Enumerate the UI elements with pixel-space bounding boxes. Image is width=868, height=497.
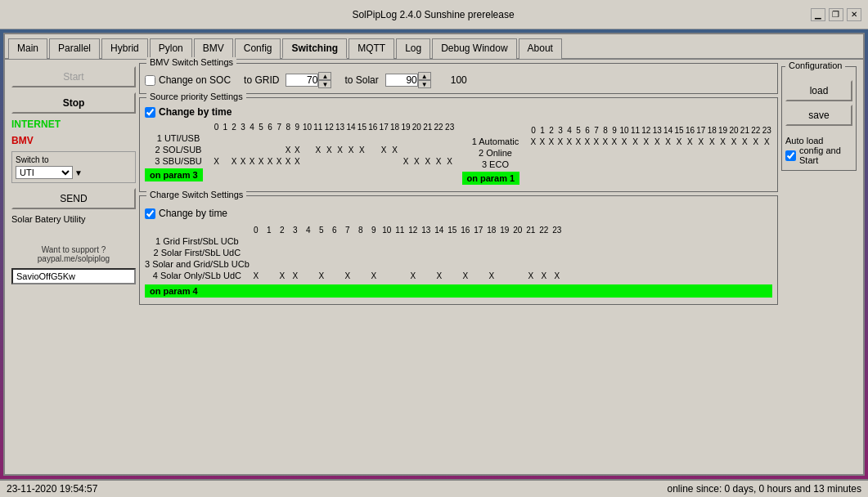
grid-cell[interactable] bbox=[257, 144, 266, 155]
grid-cell[interactable] bbox=[630, 147, 641, 159]
grid-cell[interactable] bbox=[354, 247, 367, 258]
grid-cell[interactable] bbox=[230, 132, 239, 144]
grid-cell[interactable] bbox=[609, 159, 618, 170]
restore-button[interactable]: ❐ bbox=[829, 8, 843, 21]
grid-cell[interactable]: X bbox=[555, 136, 564, 147]
grid-cell[interactable] bbox=[394, 258, 407, 270]
grid-cell[interactable] bbox=[263, 258, 276, 270]
switch-to-select[interactable]: UTI SOL SBU bbox=[16, 166, 73, 179]
grid-cell[interactable]: X bbox=[750, 136, 761, 147]
grid-cell[interactable] bbox=[420, 235, 433, 247]
grid-cell[interactable] bbox=[367, 132, 378, 144]
grid-cell[interactable]: X bbox=[564, 136, 573, 147]
grid-cell[interactable] bbox=[328, 247, 341, 258]
grid-cell[interactable] bbox=[600, 159, 609, 170]
grid-cell[interactable] bbox=[446, 247, 459, 258]
grid-cell[interactable]: X bbox=[717, 136, 728, 147]
grid-cell[interactable] bbox=[212, 132, 221, 144]
grid-cell[interactable]: X bbox=[537, 270, 551, 281]
change-on-soc-checkbox[interactable] bbox=[145, 75, 155, 86]
grid-cell[interactable] bbox=[485, 235, 498, 247]
grid-cell[interactable] bbox=[324, 132, 335, 144]
to-solar-input[interactable] bbox=[385, 74, 418, 87]
grid-cell[interactable] bbox=[573, 147, 582, 159]
grid-cell[interactable] bbox=[367, 247, 380, 258]
grid-cell[interactable] bbox=[717, 159, 728, 170]
grid-cell[interactable] bbox=[212, 144, 221, 155]
change-by-time-label-1[interactable]: Change by time bbox=[145, 106, 232, 118]
tab-parallel[interactable]: Parallel bbox=[49, 38, 100, 59]
grid-cell[interactable]: X bbox=[289, 270, 302, 281]
grid-cell[interactable]: X bbox=[335, 144, 345, 155]
grid-cell[interactable] bbox=[728, 147, 739, 159]
grid-cell[interactable] bbox=[248, 132, 257, 144]
grid-cell[interactable] bbox=[573, 159, 582, 170]
grid-cell[interactable]: X bbox=[266, 155, 275, 167]
grid-cell[interactable] bbox=[394, 270, 407, 281]
grid-cell[interactable] bbox=[498, 270, 511, 281]
grid-cell[interactable]: X bbox=[433, 155, 443, 167]
grid-cell[interactable] bbox=[354, 270, 367, 281]
grid-cell[interactable]: X bbox=[412, 155, 422, 167]
grid-cell[interactable] bbox=[524, 247, 537, 258]
grid-cell[interactable] bbox=[663, 147, 673, 159]
grid-cell[interactable]: X bbox=[345, 144, 356, 155]
grid-cell[interactable] bbox=[433, 258, 446, 270]
grid-cell[interactable] bbox=[537, 247, 551, 258]
grid-cell[interactable]: X bbox=[257, 155, 266, 167]
grid-cell[interactable] bbox=[250, 235, 263, 247]
to-solar-down-arrow[interactable]: ▼ bbox=[418, 80, 431, 88]
grid-cell[interactable] bbox=[302, 247, 315, 258]
grid-cell[interactable]: X bbox=[433, 270, 446, 281]
grid-cell[interactable] bbox=[335, 155, 345, 167]
grid-cell[interactable] bbox=[293, 132, 302, 144]
grid-cell[interactable]: X bbox=[284, 144, 293, 155]
grid-cell[interactable]: X bbox=[591, 136, 600, 147]
grid-cell[interactable] bbox=[420, 258, 433, 270]
grid-cell[interactable] bbox=[257, 132, 266, 144]
grid-cell[interactable]: X bbox=[293, 155, 302, 167]
grid-cell[interactable] bbox=[591, 147, 600, 159]
grid-cell[interactable] bbox=[485, 247, 498, 258]
grid-cell[interactable] bbox=[367, 144, 378, 155]
grid-cell[interactable]: X bbox=[357, 144, 367, 155]
grid-cell[interactable] bbox=[289, 235, 302, 247]
grid-cell[interactable]: X bbox=[313, 144, 323, 155]
grid-cell[interactable] bbox=[472, 270, 485, 281]
to-solar-up-arrow[interactable]: ▲ bbox=[418, 72, 431, 80]
grid-cell[interactable] bbox=[673, 147, 684, 159]
tab-main[interactable]: Main bbox=[8, 38, 47, 59]
grid-cell[interactable] bbox=[652, 159, 663, 170]
grid-cell[interactable]: X bbox=[728, 136, 739, 147]
load-button[interactable]: load bbox=[785, 80, 852, 101]
grid-cell[interactable] bbox=[412, 132, 422, 144]
grid-cell[interactable]: X bbox=[324, 144, 335, 155]
grid-cell[interactable] bbox=[302, 132, 313, 144]
grid-cell[interactable] bbox=[263, 247, 276, 258]
to-grid-down-arrow[interactable]: ▼ bbox=[318, 80, 331, 88]
grid-cell[interactable] bbox=[367, 155, 378, 167]
grid-cell[interactable]: X bbox=[582, 136, 591, 147]
grid-cell[interactable] bbox=[276, 258, 289, 270]
grid-cell[interactable]: X bbox=[663, 136, 673, 147]
grid-cell[interactable]: X bbox=[212, 155, 221, 167]
to-grid-up-arrow[interactable]: ▲ bbox=[318, 72, 331, 80]
grid-cell[interactable] bbox=[555, 159, 564, 170]
grid-cell[interactable]: X bbox=[695, 136, 706, 147]
grid-cell[interactable] bbox=[407, 247, 420, 258]
grid-cell[interactable] bbox=[528, 159, 537, 170]
grid-cell[interactable] bbox=[485, 258, 498, 270]
grid-cell[interactable] bbox=[511, 235, 524, 247]
grid-cell[interactable] bbox=[284, 132, 293, 144]
grid-cell[interactable] bbox=[345, 155, 356, 167]
grid-cell[interactable] bbox=[389, 132, 400, 144]
grid-cell[interactable]: X bbox=[707, 136, 717, 147]
grid-cell[interactable] bbox=[641, 159, 651, 170]
grid-cell[interactable] bbox=[289, 258, 302, 270]
tab-pylon[interactable]: Pylon bbox=[150, 38, 192, 59]
grid-cell[interactable] bbox=[472, 258, 485, 270]
grid-cell[interactable] bbox=[380, 258, 394, 270]
grid-cell[interactable] bbox=[761, 147, 772, 159]
grid-cell[interactable] bbox=[564, 147, 573, 159]
grid-cell[interactable]: X bbox=[367, 270, 380, 281]
